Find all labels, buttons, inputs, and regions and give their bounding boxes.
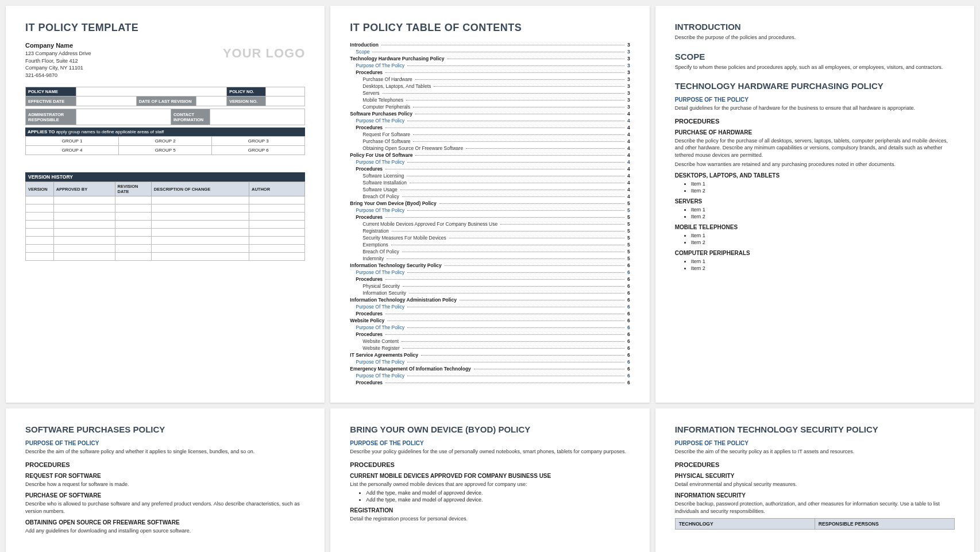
- toc-entry[interactable]: Desktops, Laptops, And Tablets3: [350, 83, 630, 89]
- toc-entry[interactable]: Indemnity5: [350, 256, 630, 261]
- field-contact-info[interactable]: [210, 109, 304, 125]
- table-row[interactable]: [26, 229, 305, 237]
- toc-entry[interactable]: Software Usage4: [350, 187, 630, 192]
- toc-entry[interactable]: Website Register6: [350, 345, 630, 351]
- toc-entry[interactable]: Purpose Of The Policy6: [350, 304, 630, 310]
- toc-label: Purpose Of The Policy: [356, 159, 406, 165]
- toc-entry[interactable]: Emergency Management Of Information Tech…: [350, 366, 630, 372]
- toc-label: Software Installation: [362, 180, 408, 186]
- toc-entry[interactable]: Breach Of Policy5: [350, 249, 630, 254]
- group-cell[interactable]: GROUP 6: [212, 146, 305, 155]
- toc-dots: [383, 93, 624, 94]
- list-item: Add the type, make and model of approved…: [366, 490, 630, 496]
- table-row[interactable]: [26, 237, 305, 245]
- toc-entry[interactable]: Purpose Of The Policy6: [350, 269, 630, 275]
- toc-entry[interactable]: Introduction3: [350, 42, 630, 48]
- toc-dots: [449, 238, 624, 238]
- heading-req-sw: REQUEST FOR SOFTWARE: [25, 473, 305, 479]
- table-row[interactable]: [26, 196, 305, 204]
- toc-entry[interactable]: Purchase Of Software4: [350, 138, 630, 144]
- toc-label: Website Register: [362, 345, 402, 351]
- toc-dots: [385, 279, 624, 280]
- toc-page-number: 5: [626, 221, 630, 227]
- toc-entry[interactable]: Obtaining Open Source Or Freeware Softwa…: [350, 145, 630, 151]
- toc-page-number: 6: [626, 331, 630, 337]
- toc-label: Purpose Of The Policy: [356, 269, 406, 275]
- toc-entry[interactable]: Registration5: [350, 228, 630, 234]
- toc-entry[interactable]: Physical Security6: [350, 283, 630, 289]
- servers-list: Item 1 Item 2: [691, 207, 955, 219]
- toc-entry[interactable]: Computer Peripherals3: [350, 104, 630, 110]
- toc-entry[interactable]: Policy For Use Of Software4: [350, 152, 630, 158]
- toc-entry[interactable]: Purpose Of The Policy4: [350, 159, 630, 165]
- toc-entry[interactable]: Mobile Telephones3: [350, 97, 630, 103]
- toc-entry[interactable]: Procedures5: [350, 214, 630, 220]
- toc-entry[interactable]: Procedures3: [350, 70, 630, 75]
- page-title: IT POLICY TEMPLATE: [25, 22, 305, 34]
- field-policy-name[interactable]: [76, 87, 227, 96]
- toc-page-number: 5: [626, 200, 630, 206]
- table-row[interactable]: [26, 253, 305, 261]
- toc-page-number: 3: [626, 70, 630, 75]
- toc-entry[interactable]: Information Technology Administration Po…: [350, 297, 630, 303]
- toc-dots: [407, 162, 624, 163]
- heading-hw-policy: TECHNOLOGY HARDWARE PURCHASING POLICY: [675, 81, 955, 91]
- list-item: Item 1: [691, 181, 955, 187]
- group-cell[interactable]: GROUP 5: [119, 146, 212, 155]
- toc-entry[interactable]: Information Security6: [350, 290, 630, 296]
- toc-entry[interactable]: Procedures6: [350, 276, 630, 282]
- toc-entry[interactable]: Software Purchases Policy4: [350, 111, 630, 117]
- toc-dots: [500, 224, 624, 225]
- toc-entry[interactable]: Website Policy6: [350, 318, 630, 323]
- toc-entry[interactable]: Purpose Of The Policy6: [350, 373, 630, 379]
- toc-dots: [410, 183, 624, 183]
- toc-dots: [407, 65, 624, 66]
- toc-entry[interactable]: Security Measures For Mobile Devices5: [350, 235, 630, 241]
- responsibility-table: TECHNOLOGY RESPONSIBLE PERSONS: [675, 518, 955, 530]
- group-cell[interactable]: GROUP 1: [26, 137, 119, 146]
- toc-entry[interactable]: Procedures6: [350, 311, 630, 316]
- table-row[interactable]: [26, 245, 305, 253]
- toc-label: Physical Security: [362, 283, 402, 289]
- toc-entry[interactable]: Purchase Of Hardware3: [350, 76, 630, 82]
- toc-entry[interactable]: Purpose Of The Policy6: [350, 359, 630, 365]
- toc-entry[interactable]: Technology Hardware Purchasing Policy3: [350, 56, 630, 61]
- group-cell[interactable]: GROUP 4: [26, 146, 119, 155]
- toc-entry[interactable]: Procedures6: [350, 331, 630, 337]
- toc-entry[interactable]: Software Installation4: [350, 180, 630, 186]
- table-row[interactable]: [26, 221, 305, 229]
- toc-entry[interactable]: Website Content6: [350, 338, 630, 344]
- toc-entry[interactable]: Exemptions5: [350, 242, 630, 248]
- group-cell[interactable]: GROUP 2: [119, 137, 212, 146]
- toc-entry[interactable]: Bring Your Own Device (Byod) Policy5: [350, 200, 630, 206]
- toc-entry[interactable]: Current Mobile Devices Approved For Comp…: [350, 221, 630, 227]
- toc-entry[interactable]: Procedures4: [350, 166, 630, 172]
- toc-entry[interactable]: Procedures4: [350, 125, 630, 130]
- field-effective-date[interactable]: DATE OF LAST REVISION: [76, 96, 227, 106]
- table-row[interactable]: [26, 213, 305, 221]
- field-admin-responsible[interactable]: [76, 109, 171, 125]
- list-item: Item 1: [691, 258, 955, 264]
- toc-entry[interactable]: Purpose Of The Policy6: [350, 325, 630, 330]
- toc-dots: [407, 376, 624, 376]
- toc-entry[interactable]: Procedures6: [350, 380, 630, 385]
- toc-dots: [407, 307, 624, 307]
- toc-entry[interactable]: Purpose Of The Policy4: [350, 118, 630, 123]
- toc-entry[interactable]: Purpose Of The Policy3: [350, 63, 630, 68]
- table-row[interactable]: [26, 204, 305, 213]
- toc-entry[interactable]: Information Technology Security Policy6: [350, 263, 630, 268]
- toc-entry[interactable]: IT Service Agreements Policy6: [350, 352, 630, 358]
- comp-periph-list: Item 1 Item 2: [691, 258, 955, 271]
- toc-entry[interactable]: Scope3: [350, 49, 630, 55]
- toc-entry[interactable]: Request For Software4: [350, 132, 630, 137]
- toc-entry[interactable]: Software Licensing4: [350, 173, 630, 179]
- toc-entry[interactable]: Breach Of Policy4: [350, 194, 630, 199]
- field-version-no[interactable]: [266, 96, 305, 106]
- field-policy-no[interactable]: [266, 87, 305, 96]
- toc-dots: [445, 265, 624, 266]
- toc-page-number: 4: [626, 194, 630, 199]
- col-author: AUTHOR: [249, 182, 305, 196]
- group-cell[interactable]: GROUP 3: [212, 137, 305, 146]
- toc-entry[interactable]: Purpose Of The Policy5: [350, 207, 630, 213]
- toc-entry[interactable]: Servers3: [350, 90, 630, 96]
